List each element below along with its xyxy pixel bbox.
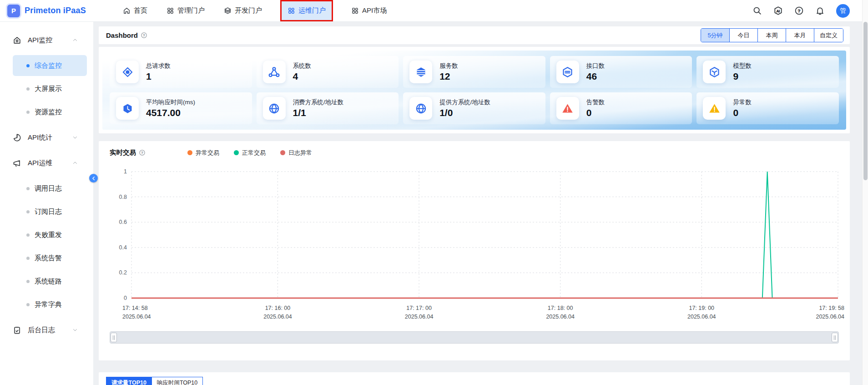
sidebar-item-invoke-logs[interactable]: 调用日志 xyxy=(13,178,87,199)
chevron-left-icon xyxy=(91,176,96,181)
stat-text: 接口数46 xyxy=(586,62,605,82)
stat-icon-tile xyxy=(409,97,432,120)
sidebar-item-system-links[interactable]: 系统链路 xyxy=(13,271,87,292)
globe-icon xyxy=(415,102,427,115)
tab-requests-top10[interactable]: 请求量TOP10 xyxy=(106,377,152,385)
sidebar-item-exception-dict[interactable]: 异常字典 xyxy=(13,294,87,315)
nav-item-ops-portal[interactable]: 运维门户 xyxy=(280,0,333,21)
chart-title: 实时交易 xyxy=(110,148,136,157)
stat-icon-tile xyxy=(116,97,139,120)
y-axis-tick-label: 0.8 xyxy=(119,194,127,200)
sidebar-item-label: 大屏展示 xyxy=(35,85,62,93)
legend-label: 正常交易 xyxy=(242,149,266,157)
sidebar-group-backend-logs[interactable]: 后台日志 xyxy=(0,317,93,343)
y-axis-tick-label: 0.6 xyxy=(119,219,127,225)
svg-text:?: ? xyxy=(798,8,800,13)
sidebar-item-label: 订阅日志 xyxy=(35,208,62,216)
sidebar-item-label: 调用日志 xyxy=(35,184,62,193)
nav-item-api-market[interactable]: API市场 xyxy=(350,0,388,21)
navbar-actions: AI ? 管 xyxy=(752,4,868,18)
time-range-1[interactable]: 5分钟 xyxy=(701,29,729,42)
legend-item-1[interactable]: 异常交易 xyxy=(187,149,219,157)
stat-card: 提供方系统/地址数1/0 xyxy=(403,92,545,124)
megaphone-icon xyxy=(13,159,21,167)
legend-item-3[interactable]: 日志异常 xyxy=(280,149,312,157)
datazoom-right-handle[interactable] xyxy=(832,333,838,342)
grid-icon xyxy=(167,7,174,15)
stat-card: 总请求数1 xyxy=(110,56,252,88)
tab-response-top10[interactable]: 响应时间TOP10 xyxy=(151,377,203,385)
legend-dot-icon xyxy=(187,150,192,155)
grid-icon xyxy=(351,7,359,15)
y-axis-tick-label: 1 xyxy=(124,168,127,175)
search-icon[interactable] xyxy=(752,6,762,15)
stat-card: 平均响应时间(ms)4517.00 xyxy=(110,92,252,124)
chevron-up-icon xyxy=(72,37,78,43)
sidebar-group-label: API统计 xyxy=(28,133,72,142)
y-axis-tick-label: 0 xyxy=(124,295,127,301)
sidebar-group-api-stats[interactable]: API统计 xyxy=(0,125,93,150)
stat-text: 提供方系统/地址数1/0 xyxy=(439,98,490,118)
nav-item-dev-portal[interactable]: 开发门户 xyxy=(223,0,263,21)
bell-icon[interactable] xyxy=(815,6,825,15)
legend-label: 日志异常 xyxy=(288,149,312,157)
x-axis-date-label: 2025.06.04 xyxy=(816,314,844,320)
alert-triangle-icon xyxy=(561,102,574,115)
chevron-down-icon xyxy=(72,327,78,333)
sidebar-item-system-alerts[interactable]: 系统告警 xyxy=(13,248,87,268)
monitor-home-icon xyxy=(13,36,21,45)
page-scrollbar-track[interactable] xyxy=(862,0,868,385)
nav-item-admin-portal[interactable]: 管理门户 xyxy=(166,0,206,21)
bullet-dot-icon xyxy=(26,187,30,190)
pie-chart-icon xyxy=(13,133,21,142)
stat-value: 46 xyxy=(586,71,605,82)
stat-value: 4517.00 xyxy=(146,107,195,118)
question-circle-icon[interactable]: ? xyxy=(139,149,146,156)
x-axis-time-label: 17: 14: 58 xyxy=(122,305,148,311)
nav-item-label: API市场 xyxy=(362,6,387,15)
sidebar-group-api-ops[interactable]: API运维 xyxy=(0,150,93,176)
page-scrollbar-thumb[interactable] xyxy=(863,22,868,180)
sidebar-item-subscribe-logs[interactable]: 订阅日志 xyxy=(13,201,87,222)
stat-icon-tile xyxy=(409,61,432,83)
sidebar-item-failed-retry[interactable]: 失败重发 xyxy=(13,224,87,245)
bullet-dot-icon xyxy=(26,64,30,67)
stat-card: 服务数12 xyxy=(403,56,545,88)
ai-icon[interactable]: AI xyxy=(773,6,783,15)
chart-plot-area: 00.20.40.60.8117: 14: 582025.06.0417: 16… xyxy=(103,166,845,325)
brand-logo[interactable]: P Primeton iPaaS xyxy=(0,5,103,17)
x-axis-time-label: 17: 18: 00 xyxy=(548,305,573,311)
legend-item-2[interactable]: 正常交易 xyxy=(234,149,266,157)
sidebar-item-overview-monitor[interactable]: 综合监控 xyxy=(13,55,87,76)
datazoom-slider[interactable] xyxy=(110,331,839,344)
stat-value: 1 xyxy=(146,71,171,82)
requests-icon xyxy=(121,66,134,78)
time-range-3[interactable]: 本周 xyxy=(757,29,786,42)
question-circle-icon[interactable]: ? xyxy=(141,32,147,39)
stat-value: 4 xyxy=(293,71,312,82)
x-axis-date-label: 2025.06.04 xyxy=(405,314,434,320)
help-icon[interactable]: ? xyxy=(794,6,804,15)
sidebar-collapse-toggle[interactable] xyxy=(89,174,98,182)
avatar[interactable]: 管 xyxy=(836,4,850,18)
nav-item-home[interactable]: 首页 xyxy=(122,0,148,21)
stat-value: 9 xyxy=(733,71,752,82)
time-range-4[interactable]: 本月 xyxy=(786,29,814,42)
sidebar-item-label: 资源监控 xyxy=(35,108,62,117)
sidebar-item-label: 综合监控 xyxy=(35,61,62,70)
top-navbar: P Primeton iPaaS 首页管理门户开发门户运维门户API市场 AI … xyxy=(0,0,868,22)
time-range-5[interactable]: 自定义 xyxy=(814,29,843,42)
stat-card: 模型数9 xyxy=(696,56,839,88)
stat-text: 平均响应时间(ms)4517.00 xyxy=(146,98,195,118)
sidebar-group-api-monitor[interactable]: API监控 xyxy=(0,27,93,53)
datazoom-left-handle[interactable] xyxy=(111,333,117,342)
sidebar-item-resource-monitor[interactable]: 资源监控 xyxy=(13,101,87,122)
stat-card: 消费方系统/地址数1/1 xyxy=(257,92,399,124)
sidebar-item-big-screen[interactable]: 大屏展示 xyxy=(13,78,87,99)
stat-card: 异常数0 xyxy=(696,92,839,124)
y-axis-tick-label: 0.2 xyxy=(119,269,127,276)
bullet-dot-icon xyxy=(26,257,30,260)
nav-item-label: 管理门户 xyxy=(177,6,205,15)
chart-header: 实时交易 ? 异常交易正常交易日志异常 xyxy=(99,141,850,157)
time-range-2[interactable]: 今日 xyxy=(729,29,757,42)
